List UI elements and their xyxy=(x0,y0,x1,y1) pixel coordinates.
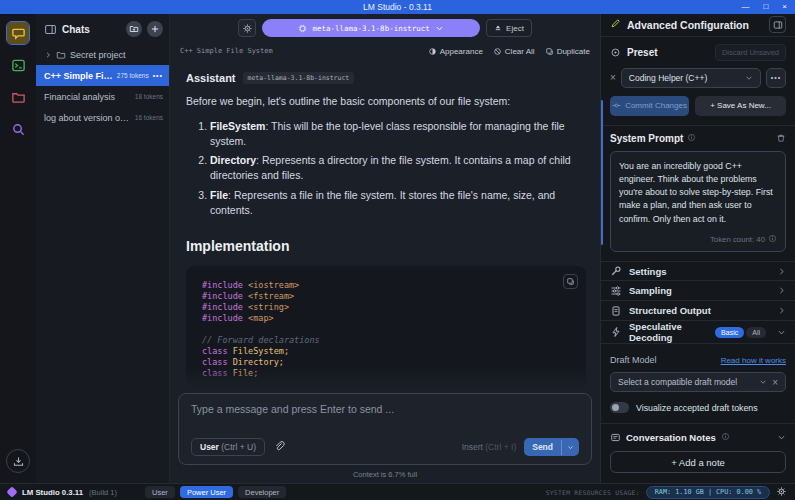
chevron-right-icon xyxy=(777,306,786,315)
chats-panel-title: Chats xyxy=(62,24,90,35)
chevron-right-icon xyxy=(44,51,52,59)
new-chat-button[interactable] xyxy=(147,21,163,37)
add-note-button[interactable]: + Add a note xyxy=(610,451,786,473)
save-as-new-button[interactable]: + Save As New... xyxy=(695,96,786,116)
folder-icon xyxy=(56,50,66,60)
section-settings[interactable]: Settings xyxy=(601,262,795,282)
folder-plus-icon xyxy=(129,24,139,34)
chevron-down-icon[interactable] xyxy=(777,433,786,442)
message-composer: Type a message and press Enter to send .… xyxy=(178,393,592,465)
chat-item-financial-analysis[interactable]: Financial analysis 18 tokens xyxy=(36,86,169,107)
duplicate-icon xyxy=(545,47,554,56)
config-header: Advanced Configuration xyxy=(601,14,795,37)
chevron-down-icon xyxy=(777,328,786,337)
duplicate-button[interactable]: Duplicate xyxy=(545,47,590,56)
basic-mode-button[interactable]: Basic xyxy=(715,327,744,338)
collapse-panel-icon[interactable] xyxy=(44,23,57,36)
chat-folder-label: Secret project xyxy=(70,50,163,60)
chevron-right-icon xyxy=(777,267,786,276)
clear-preset-button[interactable]: × xyxy=(610,72,616,83)
loaded-model-name: meta-llama-3.1-8b-instruct xyxy=(312,24,429,33)
advanced-configuration-panel: Advanced Configuration Preset Discard Un… xyxy=(600,14,795,483)
downloads-button[interactable] xyxy=(6,449,30,473)
all-mode-button[interactable]: All xyxy=(746,327,766,338)
visualize-tokens-toggle[interactable] xyxy=(610,402,629,413)
send-button[interactable]: Send xyxy=(524,438,579,456)
copy-icon xyxy=(566,277,575,286)
message-input[interactable]: Type a message and press Enter to send .… xyxy=(191,403,579,438)
mode-power-user-button[interactable]: Power User xyxy=(180,486,233,498)
chip-icon xyxy=(298,24,307,33)
mode-developer-button[interactable]: Developer xyxy=(238,486,286,498)
clear-all-button[interactable]: Clear All xyxy=(493,47,535,56)
send-options-button[interactable] xyxy=(561,440,579,455)
chat-item-cpp-file-system[interactable]: C++ Simple File System 275 tokens ••• xyxy=(36,65,169,86)
info-icon xyxy=(721,432,730,443)
chat-item-label: Financial analysis xyxy=(44,92,131,102)
appearance-icon xyxy=(428,47,437,56)
nav-developer-button[interactable] xyxy=(7,54,29,76)
chat-folder-secret-project[interactable]: Secret project xyxy=(36,44,169,65)
speculative-decoding-body: Draft Model Read how it works Select a c… xyxy=(601,344,795,423)
window-title: LM Studio - 0.3.11 xyxy=(363,2,432,12)
insert-button[interactable]: Insert (Ctrl + I) xyxy=(462,442,517,452)
section-speculative-decoding[interactable]: Speculative Decoding Basic All xyxy=(601,321,795,344)
collapse-config-button[interactable] xyxy=(769,16,786,33)
resources-usage-pill[interactable]: RAM: 1.10 GB | CPU: 0.00 % xyxy=(646,486,770,499)
loaded-model-selector[interactable]: meta-llama-3.1-8b-instruct xyxy=(262,19,480,37)
close-button[interactable]: × xyxy=(782,0,787,14)
role-toggle-button[interactable]: User (Ctrl + U) xyxy=(191,438,265,456)
section-sampling[interactable]: Sampling xyxy=(601,281,795,301)
draft-model-dropdown[interactable]: Select a compatible draft model × xyxy=(610,372,786,392)
preset-dropdown[interactable]: Coding Helper (C++) xyxy=(621,68,761,88)
ram-usage: RAM: 1.10 GB xyxy=(655,488,704,496)
folder-icon xyxy=(11,90,26,105)
preset-selected-value: Coding Helper (C++) xyxy=(629,73,740,83)
copy-code-button[interactable] xyxy=(563,274,578,289)
clear-draft-model-button[interactable]: × xyxy=(772,377,778,388)
search-icon xyxy=(11,122,26,137)
gear-icon xyxy=(776,486,787,497)
trash-icon xyxy=(776,133,786,143)
chat-more-button[interactable]: ••• xyxy=(153,72,163,79)
mode-user-button[interactable]: User xyxy=(145,486,175,498)
clear-prompt-button[interactable] xyxy=(776,133,786,145)
user-mode-switcher: User Power User Developer xyxy=(145,486,286,498)
eject-model-button[interactable]: Eject xyxy=(486,19,532,37)
minimize-button[interactable]: — xyxy=(741,0,749,14)
discard-unsaved-button[interactable]: Discard Unsaved xyxy=(715,44,786,61)
chat-token-count: 16 tokens xyxy=(135,114,163,121)
preset-more-button[interactable]: ••• xyxy=(766,68,786,88)
section-structured-output[interactable]: Structured Output xyxy=(601,301,795,321)
draft-model-label: Draft Model xyxy=(610,355,721,365)
system-prompt-editor[interactable]: You are an incredibly good C++ engineer.… xyxy=(610,151,786,252)
nav-my-models-button[interactable] xyxy=(7,86,29,108)
preset-row: Preset Discard Unsaved xyxy=(601,37,795,65)
commit-changes-button[interactable]: Commit Changes xyxy=(610,96,689,116)
chat-item-label: C++ Simple File System xyxy=(44,71,113,81)
nav-discover-button[interactable] xyxy=(7,118,29,140)
code-block-lines: #include <iostream>#include <fstream>#in… xyxy=(202,280,572,389)
chevron-down-icon xyxy=(567,444,574,451)
app-version: LM Studio 0.3.11 xyxy=(22,488,83,497)
maximize-button[interactable]: □ xyxy=(763,0,768,14)
cpu-usage: CPU: 0.00 % xyxy=(716,488,761,496)
attach-file-button[interactable] xyxy=(273,440,285,454)
components-list: FileSystem: This will be the top-level c… xyxy=(210,119,586,218)
settings-gear-button[interactable] xyxy=(776,486,787,499)
model-settings-button[interactable] xyxy=(238,19,256,37)
chevron-down-icon xyxy=(759,378,767,386)
context-usage-status: Context is 6.7% full xyxy=(178,465,592,483)
status-bar: LM Studio 0.3.11 (Build 1) User Power Us… xyxy=(0,483,795,500)
chat-message-area[interactable]: Assistant meta-llama-3.1-8b-instruct Bef… xyxy=(170,60,600,389)
read-how-it-works-link[interactable]: Read how it works xyxy=(721,356,786,365)
chat-item-log-version[interactable]: log about version of ... 16 tokens xyxy=(36,107,169,128)
new-folder-button[interactable] xyxy=(126,21,142,37)
system-prompt-section: System Prompt You are an incredibly good… xyxy=(601,126,795,262)
note-icon xyxy=(610,432,621,443)
list-item: Directory: Represents a directory in the… xyxy=(210,153,586,183)
preset-label: Preset xyxy=(627,47,709,58)
nav-chat-button[interactable] xyxy=(7,22,29,44)
appearance-button[interactable]: Appearance xyxy=(428,47,483,56)
role-label: Assistant xyxy=(186,72,236,84)
